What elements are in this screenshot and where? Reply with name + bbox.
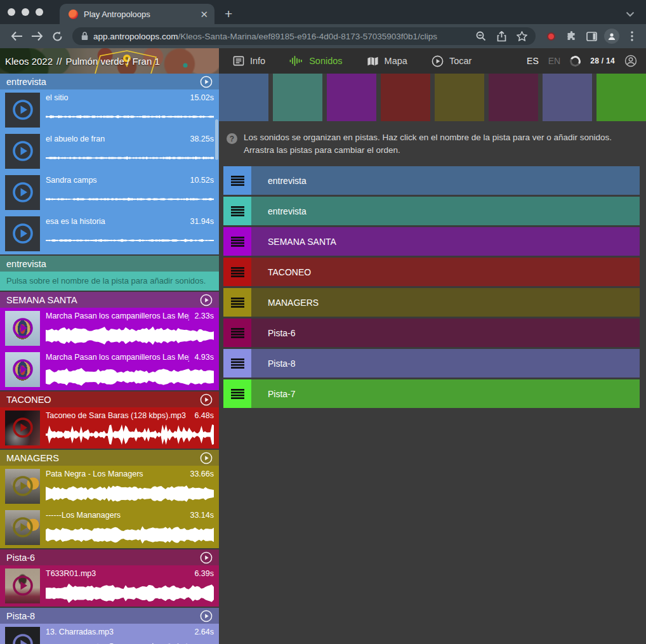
clip[interactable]: ------Los Mananagers33.14s — [0, 507, 219, 548]
zoom-icon[interactable] — [473, 29, 489, 44]
clip-waveform[interactable] — [46, 484, 214, 503]
breadcrumb-path[interactable]: Pulmón verde / Fran 1 — [65, 56, 159, 67]
track-drag-handle[interactable] — [223, 319, 251, 347]
track-row-body[interactable]: entrevista — [251, 197, 640, 225]
clip-waveform[interactable] — [46, 195, 214, 203]
clip-thumbnail[interactable] — [5, 510, 40, 545]
clip-waveform[interactable] — [46, 326, 214, 345]
clip[interactable]: el sitio15.02s — [0, 89, 219, 131]
track-header[interactable]: entrevista — [0, 74, 219, 89]
track-drag-handle[interactable] — [223, 349, 251, 378]
browser-menu-kebab-icon[interactable] — [624, 29, 640, 44]
track-row[interactable]: entrevista — [223, 166, 640, 195]
track-row-body[interactable]: Pista-6 — [251, 319, 640, 347]
track-play-button[interactable] — [200, 294, 213, 306]
clip-waveform[interactable] — [46, 113, 214, 121]
clip[interactable]: T633R01.mp36.39s — [0, 565, 219, 607]
clip-waveform[interactable] — [46, 237, 214, 244]
back-icon[interactable] — [9, 29, 24, 44]
side-panel-icon[interactable] — [584, 29, 599, 44]
track-header[interactable]: TACONEO — [0, 391, 219, 407]
track-row-body[interactable]: MANAGERS — [251, 288, 640, 317]
track-play-button[interactable] — [200, 76, 213, 88]
account-icon[interactable] — [624, 55, 637, 67]
track-play-button[interactable] — [200, 393, 213, 406]
lang-es-button[interactable]: ES — [527, 56, 539, 66]
track-drag-handle[interactable] — [223, 197, 251, 225]
tab-info[interactable]: Info — [233, 55, 265, 67]
tab-sonidos[interactable]: Sonidos — [289, 55, 342, 67]
track-row-body[interactable]: Pista-7 — [251, 379, 640, 408]
tab-close-icon[interactable]: ✕ — [200, 10, 208, 19]
recording-indicator-icon[interactable] — [543, 29, 558, 44]
track-row-body[interactable]: entrevista — [251, 166, 640, 195]
track-row-body[interactable]: TACONEO — [251, 258, 640, 286]
track-header[interactable]: SEMANA SANTA — [0, 292, 219, 308]
share-icon[interactable] — [494, 29, 509, 44]
track-drag-handle[interactable] — [223, 379, 251, 408]
clip-thumbnail[interactable] — [5, 568, 40, 603]
browser-tab[interactable]: Play Antropoloops ✕ — [60, 4, 214, 24]
track-row[interactable]: SEMANA SANTA — [223, 227, 640, 256]
track-drag-handle[interactable] — [223, 288, 251, 317]
sidebar-scrollbar-thumb[interactable] — [215, 119, 218, 160]
track-drag-handle[interactable] — [223, 258, 251, 286]
clip[interactable]: Marcha Pasan los campanilleros Las Mejor… — [0, 349, 219, 390]
clip[interactable]: 13. Charradas.mp32.64s — [0, 624, 219, 644]
window-close-button[interactable] — [8, 8, 15, 16]
track-play-button[interactable] — [200, 551, 213, 564]
extensions-puzzle-icon[interactable] — [564, 29, 579, 44]
clip-thumbnail[interactable] — [5, 627, 40, 644]
breadcrumb-project[interactable]: Kleos 2022 — [5, 56, 53, 67]
clip-thumbnail[interactable] — [5, 175, 40, 210]
forward-icon[interactable] — [29, 29, 44, 44]
clip-thumbnail[interactable] — [5, 93, 40, 128]
clip[interactable]: Sandra camps10.52s — [0, 172, 219, 213]
tab-tocar[interactable]: Tocar — [432, 55, 471, 67]
track-header[interactable]: entrevista — [0, 256, 219, 272]
track-row-body[interactable]: SEMANA SANTA — [251, 227, 640, 256]
tab-mapa[interactable]: Mapa — [367, 56, 407, 67]
lang-en-button[interactable]: EN — [548, 56, 560, 66]
window-minimize-button[interactable] — [22, 8, 29, 16]
clip-thumbnail[interactable] — [5, 352, 40, 387]
track-row-body[interactable]: Pista-8 — [251, 349, 640, 378]
browser-profile-avatar[interactable] — [604, 29, 619, 44]
track-row[interactable]: TACONEO — [223, 258, 640, 286]
clip-thumbnail[interactable] — [5, 469, 40, 504]
clip-waveform[interactable] — [46, 525, 214, 544]
clip-waveform[interactable] — [46, 367, 214, 386]
track-drag-handle[interactable] — [223, 227, 251, 256]
bookmark-star-icon[interactable] — [514, 29, 529, 44]
clip[interactable]: Pata Negra - Los Managers33.66s — [0, 466, 219, 507]
clip[interactable]: el abuelo de fran38.25s — [0, 131, 219, 172]
track-drag-handle[interactable] — [223, 166, 251, 195]
track-row[interactable]: MANAGERS — [223, 288, 640, 317]
track-row[interactable]: Pista-8 — [223, 349, 640, 378]
new-tab-button[interactable]: + — [225, 7, 232, 20]
track-header[interactable]: Pista-6 — [0, 549, 219, 565]
clip-thumbnail[interactable] — [5, 411, 40, 445]
clip[interactable]: Taconeo de Sara Baras (128 kbps).mp36.48… — [0, 407, 219, 449]
window-zoom-button[interactable] — [36, 8, 43, 16]
address-bar[interactable]: app.antropoloops.com/Kleos-Santa-Marina/… — [72, 27, 536, 45]
clip-waveform[interactable] — [46, 584, 214, 603]
track-header[interactable]: Pista-8 — [0, 608, 219, 624]
clip[interactable]: esa es la historia31.94s — [0, 213, 219, 254]
track-play-button[interactable] — [200, 610, 213, 622]
track-row[interactable]: entrevista — [223, 197, 640, 225]
clip-waveform[interactable] — [46, 424, 214, 445]
reload-icon[interactable] — [49, 29, 65, 44]
chevron-down-icon[interactable] — [626, 8, 635, 20]
clip[interactable]: Marcha Pasan los campanilleros Las Mejor… — [0, 308, 219, 349]
track-row[interactable]: Pista-7 — [223, 379, 640, 408]
track-play-button[interactable] — [200, 452, 213, 464]
clip-thumbnail[interactable] — [5, 216, 40, 251]
clip-waveform[interactable] — [46, 154, 214, 162]
drag-handle-icon — [231, 298, 244, 308]
breadcrumb[interactable]: Kleos 2022//Pulmón verde / Fran 1 — [0, 48, 219, 74]
track-row[interactable]: Pista-6 — [223, 319, 640, 347]
clip-thumbnail[interactable] — [5, 134, 40, 169]
track-header[interactable]: MANAGERS — [0, 450, 219, 466]
clip-thumbnail[interactable] — [5, 311, 40, 346]
